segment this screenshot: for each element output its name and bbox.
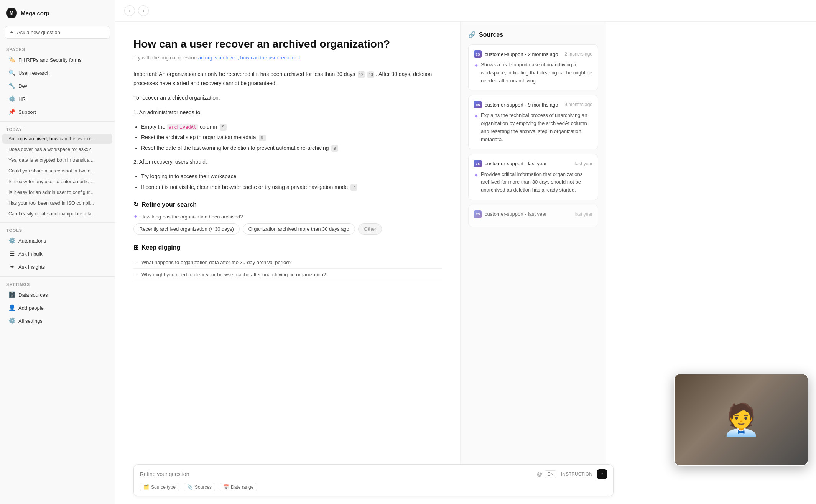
sidebar-item-ask-insights-label: Ask insights [18, 264, 45, 270]
sidebar: M Mega corp ✦ Ask a new question SPACES … [0, 0, 115, 504]
suggestion-link[interactable]: an org is archived, how can the user rec… [198, 55, 300, 61]
step1-item-0-prefix: Empty the [141, 124, 167, 130]
ask-bulk-icon: ☰ [8, 250, 15, 257]
step2-item-0: Try logging in to access their workspace [141, 172, 442, 181]
source-1-channel: customer-support - 9 months ago [485, 102, 558, 108]
back-button[interactable]: ‹ [124, 5, 135, 16]
source-card-2-body: ✦ Provides critical information that org… [474, 171, 592, 194]
keep-digging-item-1[interactable]: → Why might you need to clear your brows… [133, 269, 442, 281]
bottom-input-row: @ EN INSTRUCTION ↑ [140, 469, 607, 479]
sidebar-item-dev-label: Dev [18, 83, 27, 89]
sidebar-item-ask-bulk-label: Ask in bulk [18, 251, 43, 257]
date-range-label: Date range [231, 484, 253, 490]
bottom-toolbar: 🗂️ Source type 📎 Sources 📅 Date range [140, 483, 607, 491]
add-people-icon: 👤 [8, 304, 15, 311]
sidebar-item-user-research[interactable]: 🔍 User research [2, 67, 112, 79]
sidebar-item-all-settings-label: All settings [18, 318, 43, 324]
source-0-time: 2 months ago [564, 51, 592, 57]
history-item-1[interactable]: Does qover has a workspace for askx? [2, 144, 112, 154]
sidebar-item-support-label: Support [18, 109, 36, 115]
refine-chip-other[interactable]: Other [358, 223, 382, 235]
refine-question-input[interactable] [140, 471, 534, 477]
forward-button[interactable]: › [138, 5, 149, 16]
support-icon: 📌 [8, 108, 15, 115]
sidebar-item-data-sources-label: Data sources [18, 292, 48, 298]
refine-icon: ↻ [133, 201, 138, 208]
refine-chip-recent[interactable]: Recently archived organization (< 30 day… [133, 223, 240, 235]
source-card-2-title: cs customer-support - last year [474, 160, 547, 167]
article: How can a user recover an archived organ… [115, 22, 460, 504]
history-item-0[interactable]: An org is archived, how can the user re.… [2, 134, 112, 144]
spaces-section-label: SPACES [0, 45, 115, 53]
arrow-icon-1: → [133, 272, 138, 277]
sidebar-item-dev[interactable]: 🔧 Dev [2, 80, 112, 92]
article-body: Important: An organization can only be r… [133, 70, 442, 192]
sources-chip-icon: 📎 [187, 484, 193, 490]
sidebar-item-hr-label: HR [18, 96, 26, 102]
badge-13: 13 [367, 71, 374, 78]
source-1-channel-icon: cs [474, 101, 482, 108]
settings-section-label: SETTINGS [0, 280, 115, 288]
company-name: Mega corp [21, 10, 49, 16]
sidebar-item-automations[interactable]: ⚙️ Automations [2, 235, 112, 247]
sidebar-item-rfp-label: Fill RFPs and Security forms [18, 57, 82, 63]
send-button[interactable]: ↑ [597, 469, 607, 479]
article-suggestion: Try with the original question an org is… [133, 55, 442, 61]
refine-title: Refine your search [141, 201, 197, 208]
history-item-4[interactable]: Is it easy for any user to enter an arti… [2, 177, 112, 187]
instruction-badge[interactable]: INSTRUCTION [559, 471, 595, 478]
divider-3 [0, 276, 115, 277]
source-2-text: Provides critical information that organ… [481, 171, 592, 194]
source-card-0-header: cs customer-support - 2 months ago 2 mon… [474, 50, 592, 58]
source-type-icon: 🗂️ [143, 484, 149, 490]
step2-title: 2. After recovery, users should: [133, 158, 442, 167]
badge-9a: 9 [220, 124, 227, 131]
sources-panel: 🔗 Sources cs customer-support - 2 months… [460, 22, 606, 504]
keep-digging-item-0[interactable]: → What happens to organization data afte… [133, 256, 442, 269]
sidebar-item-support[interactable]: 📌 Support [2, 106, 112, 118]
step1-item-0-suffix: column [200, 124, 217, 130]
sidebar-item-hr[interactable]: ⚙️ HR [2, 93, 112, 105]
refine-header: ↻ Refine your search [133, 201, 442, 208]
language-badge[interactable]: EN [545, 470, 556, 478]
history-item-2[interactable]: Yes, data is encrypted both in transit a… [2, 155, 112, 165]
source-card-3: cs customer-support - last year last yea… [468, 205, 598, 227]
keep-digging-icon: ⊞ [133, 244, 138, 251]
source-type-label: Source type [151, 484, 176, 490]
tools-section-label: TOOLS [0, 226, 115, 234]
history-item-6[interactable]: Has your tool been used in ISO compli... [2, 198, 112, 208]
source-2-dot: ✦ [474, 171, 479, 179]
date-range-chip[interactable]: 📅 Date range [220, 483, 257, 491]
history-item-7[interactable]: Can I easily create and manipulate a ta.… [2, 209, 112, 219]
history-item-3[interactable]: Could you share a screenshot or two o... [2, 166, 112, 176]
ask-new-button[interactable]: ✦ Ask a new question [5, 26, 110, 39]
step2-item-1: If content is not visible, clear their b… [141, 183, 442, 192]
sidebar-header: M Mega corp [0, 5, 115, 25]
sidebar-item-all-settings[interactable]: ⚙️ All settings [2, 315, 112, 327]
sidebar-item-ask-insights[interactable]: ✦ Ask insights [2, 261, 112, 273]
sources-chip[interactable]: 📎 Sources [184, 483, 215, 491]
source-3-channel: customer-support - last year [485, 211, 547, 217]
user-research-icon: 🔍 [8, 69, 15, 76]
source-1-time: 9 months ago [564, 102, 592, 107]
source-card-0-body: ✦ Shows a real support case of unarchivi… [474, 61, 592, 85]
main-area: ‹ › How can a user recover an archived o… [115, 0, 816, 504]
at-icon[interactable]: @ [537, 471, 542, 477]
sidebar-item-add-people[interactable]: 👤 Add people [2, 302, 112, 314]
step1-code: archivedAt [167, 124, 198, 130]
sidebar-item-data-sources[interactable]: 🗄️ Data sources [2, 289, 112, 301]
source-card-3-header: cs customer-support - last year last yea… [474, 210, 592, 218]
history-item-5[interactable]: Is it easy for an admin user to configur… [2, 187, 112, 197]
refine-question-icon: ✦ [133, 213, 138, 220]
sources-chip-label: Sources [195, 484, 212, 490]
today-section-label: TODAY [0, 125, 115, 133]
sidebar-item-automations-label: Automations [18, 238, 46, 244]
source-0-channel-icon: cs [474, 50, 482, 58]
ask-new-icon: ✦ [10, 30, 14, 35]
refine-question: ✦ How long has the organization been arc… [133, 213, 442, 220]
source-type-chip[interactable]: 🗂️ Source type [140, 483, 179, 491]
sidebar-item-ask-bulk[interactable]: ☰ Ask in bulk [2, 248, 112, 260]
intro-paragraph: Important: An organization can only be r… [133, 70, 442, 88]
refine-chip-older[interactable]: Organization archived more than 30 days … [243, 223, 355, 235]
sidebar-item-rfp[interactable]: 🏷️ Fill RFPs and Security forms [2, 54, 112, 66]
